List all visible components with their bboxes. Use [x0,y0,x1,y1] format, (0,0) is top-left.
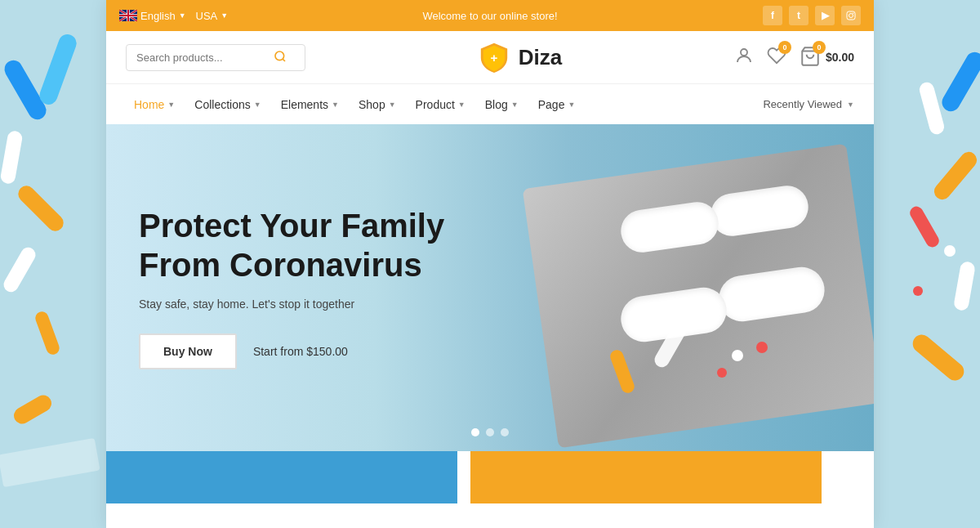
pill-orange-r1 [931,149,980,203]
svg-point-3 [853,13,854,15]
search-input[interactable] [136,51,267,64]
pill-white-1 [0,130,24,185]
nav-page-arrow: ▼ [568,101,575,109]
logo-shield-icon: + [478,41,510,74]
slide-dots [471,428,509,436]
top-bar-left: English ▼ USA ▼ [119,10,228,22]
header-actions: 0 0 $0.00 [734,46,854,69]
facebook-icon[interactable]: f [763,6,782,25]
slide-dot-2[interactable] [486,428,494,436]
buy-now-button[interactable]: Buy Now [139,333,237,369]
loose-pill-round-1 [732,350,743,361]
hero-subtitle: Stay safe, stay home. Let's stop it toge… [139,298,444,311]
svg-point-7 [741,49,747,56]
pill-round-r2 [913,286,923,296]
hero-title: Protect Your Family From Coronavirus [139,206,444,284]
wishlist-badge: 0 [778,41,791,54]
recently-viewed[interactable]: Recently Viewed ▼ [763,98,854,110]
nav-home-arrow: ▼ [167,101,175,109]
hero-pills-area [375,124,874,451]
product-card-orange[interactable] [470,451,822,503]
hero-content: Protect Your Family From Coronavirus Sta… [139,206,444,369]
instagram-svg [846,11,856,20]
slide-dot-3[interactable] [501,428,509,436]
nav-elements-arrow: ▼ [332,101,339,109]
pill-orange-3 [11,392,54,427]
pill-white-2 [1,245,38,295]
nav-collections[interactable]: Collections ▼ [186,92,269,118]
right-pills-decoration [874,0,980,528]
wishlist-button[interactable]: 0 [767,46,786,69]
cart-badge: 0 [813,41,826,54]
nav-page[interactable]: Page ▼ [530,92,584,118]
svg-point-4 [275,51,284,60]
svg-point-2 [849,14,853,18]
pill-orange-r2 [909,331,968,384]
region-selector[interactable]: USA ▼ [196,10,229,22]
pill-blue-2 [37,32,78,107]
nav-collections-label: Collections [194,98,250,111]
nav-blog-arrow: ▼ [511,101,519,109]
uk-flag-icon [119,10,137,21]
language-dropdown-arrow: ▼ [179,11,186,20]
youtube-icon[interactable]: ▶ [815,6,835,25]
logo-text: Diza [519,45,562,70]
search-box[interactable] [126,44,305,71]
nav-shop[interactable]: Shop ▼ [350,92,404,118]
blister-pack [498,141,874,435]
hero-title-line1: Protect Your Family [139,208,444,244]
logo[interactable]: + Diza [478,41,562,74]
nav-home-label: Home [134,98,164,111]
bottom-cards [106,451,874,503]
nav-page-label: Page [538,98,565,111]
cart-button[interactable]: 0 $0.00 [800,46,854,69]
nav-bar: Home ▼ Collections ▼ Elements ▼ Shop ▼ P… [106,83,874,124]
page-layout: English ▼ USA ▼ Welcome to our online st… [0,0,980,528]
pill-white-r2 [953,261,976,311]
loose-pill-round-2 [717,368,727,378]
language-selector[interactable]: English ▼ [119,10,186,22]
svg-rect-1 [847,11,855,20]
pill-red-r1 [907,204,941,250]
pill-blue-r1 [938,49,980,114]
nav-collections-arrow: ▼ [254,101,261,109]
recently-viewed-label: Recently Viewed [763,98,842,110]
syringe-decoration [0,438,100,487]
pill-round-r1 [944,245,956,257]
search-button[interactable] [274,50,287,65]
nav-home[interactable]: Home ▼ [126,92,183,118]
region-label: USA [196,10,218,22]
search-icon [274,50,287,63]
cart-wrapper: 0 $0.00 [800,46,854,69]
nav-product-arrow: ▼ [458,101,466,109]
slide-dot-1[interactable] [471,428,479,436]
hero-section: Protect Your Family From Coronavirus Sta… [106,124,874,451]
language-label: English [140,10,176,22]
nav-blog[interactable]: Blog ▼ [477,92,527,118]
region-dropdown-arrow: ▼ [220,11,228,20]
nav-shop-label: Shop [359,98,385,111]
pill-white-r1 [918,81,946,136]
nav-shop-arrow: ▼ [389,101,396,109]
nav-links: Home ▼ Collections ▼ Elements ▼ Shop ▼ P… [126,92,583,118]
instagram-icon[interactable] [841,6,861,25]
left-pills-decoration [0,0,106,528]
start-from-text: Start from $150.00 [253,345,348,358]
account-button[interactable] [734,46,754,69]
top-bar: English ▼ USA ▼ Welcome to our online st… [106,0,874,31]
hero-actions: Buy Now Start from $150.00 [139,333,444,369]
cart-price: $0.00 [826,51,854,64]
pill-orange-1 [15,182,67,235]
hero-title-line2: From Coronavirus [139,247,422,283]
top-bar-social: f t ▶ [763,6,861,25]
twitter-icon[interactable]: t [789,6,808,25]
loose-pill-round-3 [756,342,768,353]
nav-product[interactable]: Product ▼ [408,92,474,118]
account-icon [734,46,754,65]
nav-elements[interactable]: Elements ▼ [273,92,347,118]
product-card-blue[interactable] [106,451,457,503]
content-area: English ▼ USA ▼ Welcome to our online st… [106,0,874,528]
cart-icon-container: 0 [800,46,821,69]
svg-line-5 [283,59,285,61]
header: + Diza 0 [106,31,874,83]
